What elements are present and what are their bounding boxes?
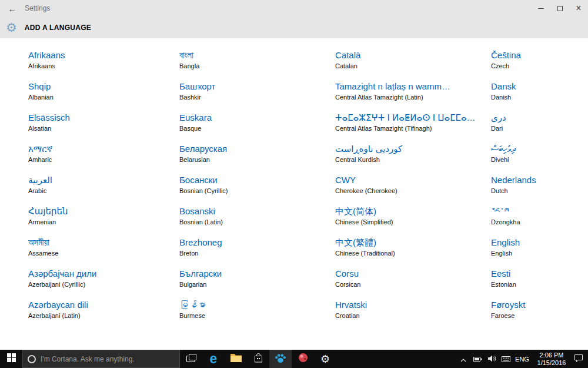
language-native-name: বাংলা — [179, 49, 327, 61]
action-center-button[interactable] — [572, 350, 586, 368]
language-tile-bangla[interactable]: বাংলাBangla — [179, 49, 335, 81]
volume-button[interactable] — [485, 350, 499, 368]
language-native-name: မြန်မာ — [179, 299, 327, 310]
clock-time: 2:06 PM — [535, 352, 568, 359]
language-grid: AfrikaansAfrikaansShqipAlbanianElsässisc… — [0, 38, 588, 350]
language-english-name: Central Atlas Tamazight (Tifinagh) — [335, 125, 483, 132]
start-button[interactable] — [0, 350, 22, 368]
language-tile-belarusian[interactable]: БеларускаяBelarusian — [179, 143, 335, 174]
language-tile-divehi[interactable]: ދިވެހިބަސްDivehi — [491, 143, 588, 174]
language-tile-english[interactable]: EnglishEnglish — [491, 237, 588, 268]
language-tile-catalan[interactable]: CatalàCatalan — [335, 49, 491, 81]
edge-button[interactable]: e — [202, 350, 225, 368]
language-native-name: Tamazight n laṭlaṣ n wamm… — [335, 81, 483, 92]
input-language-indicator[interactable]: ENG — [513, 356, 532, 363]
language-english-name: Belarusian — [179, 156, 327, 163]
language-tile-azerbaijani-latin[interactable]: Azərbaycan diliAzerbaijani (Latin) — [28, 299, 179, 330]
language-native-name: Føroyskt — [491, 299, 580, 310]
language-english-name: Alsatian — [28, 125, 171, 132]
language-tile-croatian[interactable]: HrvatskiCroatian — [335, 299, 491, 330]
language-native-name: ⵜⴰⵎⴰⵣⵉⵖⵜ ⵏ ⵍⴰⵟⵍⴰⵙ ⵏ ⵡⴰⵎⵎⴰⵙ ⵜⵉⴼⵉⵏⴰⵗ — [335, 112, 483, 123]
language-tile-czech[interactable]: ČeštinaCzech — [491, 49, 588, 81]
language-native-name: Башҡорт — [179, 81, 327, 92]
close-button[interactable]: × — [569, 0, 588, 16]
cortana-icon — [28, 355, 36, 363]
language-tile-central-atlas-tamazight-tifinagh[interactable]: ⵜⴰⵎⴰⵣⵉⵖⵜ ⵏ ⵍⴰⵟⵍⴰⵙ ⵏ ⵡⴰⵎⵎⴰⵙ ⵜⵉⴼⵉⵏⴰⵗCentra… — [335, 112, 491, 143]
close-icon: × — [576, 4, 581, 13]
store-button[interactable] — [247, 350, 269, 368]
touch-keyboard-button[interactable] — [499, 350, 513, 368]
language-tile-basque[interactable]: EuskaraBasque — [179, 112, 335, 143]
language-english-name: Afrikaans — [28, 62, 171, 69]
language-tile-dutch[interactable]: NederlandsDutch — [491, 174, 588, 205]
language-tile-corsican[interactable]: CorsuCorsican — [335, 268, 491, 299]
language-tile-estonian[interactable]: EestiEstonian — [491, 268, 588, 299]
fresh-paint-button[interactable] — [269, 350, 292, 368]
language-tile-burmese[interactable]: မြန်မာBurmese — [179, 299, 335, 330]
language-english-name: Cherokee (Cherokee) — [335, 187, 483, 194]
keyboard-icon — [502, 354, 510, 364]
minimize-button[interactable] — [532, 0, 550, 16]
language-tile-assamese[interactable]: অসমীয়াAssamese — [28, 237, 179, 268]
language-tile-bosnian-cyrillic[interactable]: БосанскиBosnian (Cyrillic) — [179, 174, 335, 205]
language-tile-alsatian[interactable]: ElsässischAlsatian — [28, 112, 179, 143]
show-hidden-icons-button[interactable] — [456, 350, 470, 368]
task-view-button[interactable] — [180, 350, 202, 368]
search-input[interactable] — [41, 355, 170, 363]
language-english-name: Armenian — [28, 218, 171, 226]
action-center-icon — [574, 354, 583, 364]
language-tile-central-atlas-tamazight-latin[interactable]: Tamazight n laṭlaṣ n wamm…Central Atlas … — [335, 81, 491, 112]
language-tile-arabic[interactable]: العربيةArabic — [28, 174, 179, 205]
language-english-name: Dzongkha — [491, 218, 580, 226]
language-tile-central-kurdish[interactable]: کوردیی ناوەڕاستCentral Kurdish — [335, 143, 491, 174]
language-tile-chinese-simplified[interactable]: 中文(简体)Chinese (Simplified) — [335, 205, 491, 237]
language-native-name: Հայերեն — [28, 205, 171, 217]
language-native-name: Čeština — [491, 49, 580, 61]
language-tile-bosnian-latin[interactable]: BosanskiBosnian (Latin) — [179, 205, 335, 237]
language-english-name: Azerbaijani (Cyrillic) — [28, 281, 171, 288]
language-tile-armenian[interactable]: ՀայերենArmenian — [28, 205, 179, 237]
taskbar-clock[interactable]: 2:06 PM 1/15/2016 — [535, 352, 568, 367]
language-tile-azerbaijani-cyrillic[interactable]: Азәрбајҹан дилиAzerbaijani (Cyrillic) — [28, 268, 179, 299]
language-tile-cherokee-cherokee[interactable]: CWYCherokee (Cherokee) — [335, 174, 491, 205]
page-title: ADD A LANGUAGE — [25, 24, 91, 32]
language-native-name: Eesti — [491, 268, 580, 279]
language-english-name: Basque — [179, 125, 327, 132]
language-english-name: Albanian — [28, 94, 171, 101]
language-native-name: CWY — [335, 174, 483, 185]
language-tile-bulgarian[interactable]: БългарскиBulgarian — [179, 268, 335, 299]
system-tray: ENG 2:06 PM 1/15/2016 — [456, 350, 588, 368]
language-tile-dzongkha[interactable]: རྫོང་ཁDzongkha — [491, 205, 588, 237]
language-native-name: རྫོང་ཁ — [491, 205, 580, 217]
maximize-button[interactable] — [550, 0, 569, 16]
language-tile-albanian[interactable]: ShqipAlbanian — [28, 81, 179, 112]
battery-button[interactable] — [470, 350, 485, 368]
language-native-name: Brezhoneg — [179, 237, 327, 248]
language-tile-dari[interactable]: درىDari — [491, 112, 588, 143]
language-tile-bashkir[interactable]: БашҡортBashkir — [179, 81, 335, 112]
language-tile-faroese[interactable]: FøroysktFaroese — [491, 299, 588, 330]
cortana-search-box[interactable] — [22, 350, 180, 368]
language-tile-danish[interactable]: DanskDanish — [491, 81, 588, 112]
language-tile-chinese-traditional[interactable]: 中文(繁體)Chinese (Traditional) — [335, 237, 491, 268]
file-explorer-button[interactable] — [225, 350, 247, 368]
language-column: AfrikaansAfrikaansShqipAlbanianElsässisc… — [28, 49, 179, 350]
back-button[interactable]: ← — [0, 0, 25, 16]
language-english-name: Breton — [179, 250, 327, 257]
red-app-button[interactable] — [292, 350, 314, 368]
language-english-name: Assamese — [28, 250, 171, 257]
language-english-name: Bangla — [179, 62, 327, 69]
language-native-name: অসমীয়া — [28, 237, 171, 248]
language-english-name: Bosnian (Latin) — [179, 218, 327, 226]
language-tile-amharic[interactable]: አማርኛAmharic — [28, 143, 179, 174]
language-tile-afrikaans[interactable]: AfrikaansAfrikaans — [28, 49, 179, 81]
language-english-name: Amharic — [28, 156, 171, 163]
language-english-name: Estonian — [491, 281, 580, 288]
language-native-name: Азәрбајҹан дили — [28, 268, 171, 279]
language-english-name: Chinese (Traditional) — [335, 250, 483, 257]
file-explorer-icon — [230, 353, 242, 364]
language-column: ČeštinaCzechDanskDanishدرىDariދިވެހިބަސް… — [491, 49, 588, 350]
language-tile-breton[interactable]: BrezhonegBreton — [179, 237, 335, 268]
settings-app-button[interactable]: ⚙ — [314, 350, 336, 368]
task-view-icon — [186, 354, 196, 364]
